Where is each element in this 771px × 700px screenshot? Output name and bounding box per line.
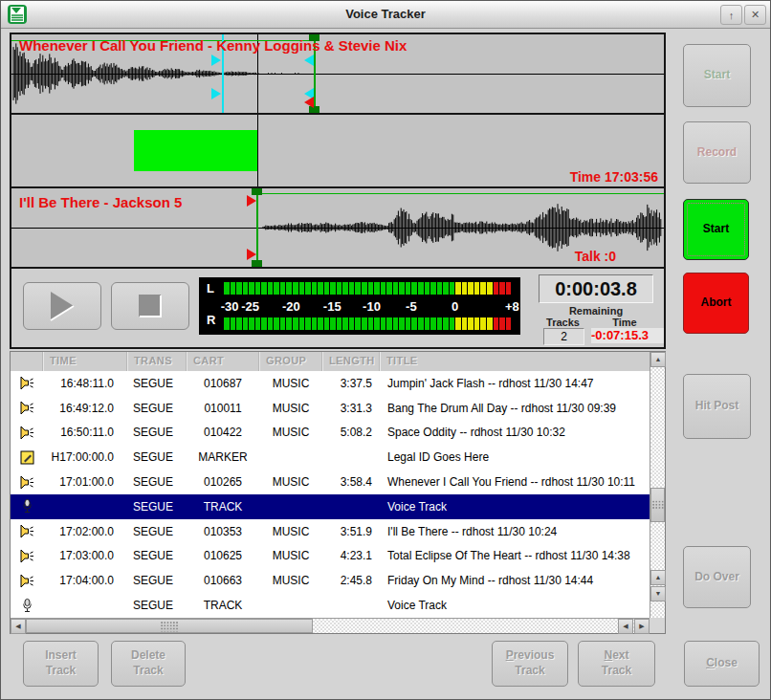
play-button[interactable] <box>23 282 101 330</box>
stop-button[interactable] <box>111 282 189 330</box>
previous-track-button[interactable]: PreviousTrack <box>492 641 568 687</box>
voicetrack-panel[interactable]: Time 17:03:56 <box>11 115 664 188</box>
log-row[interactable]: 16:50:11.0SEGUE010422MUSIC5:08.2Space Od… <box>11 421 650 446</box>
cue-marker-icon[interactable] <box>211 55 221 66</box>
delete-track-button[interactable]: DeleteTrack <box>111 641 186 687</box>
log-cell-title: Bang The Drum All Day -- rdhost 11/30 09… <box>380 402 650 415</box>
vu-scale-label: +8 <box>505 299 519 314</box>
track2-start-line[interactable] <box>256 188 258 267</box>
insert-track-button[interactable]: InsertTrack <box>23 641 99 687</box>
vu-segment <box>231 282 236 295</box>
elapsed-time-display: 0:00:03.8 <box>539 274 653 303</box>
microphone-icon <box>19 598 35 614</box>
close-button[interactable]: Close <box>684 641 760 687</box>
vu-segment <box>499 282 505 295</box>
vu-scale-label: -10 <box>363 299 381 314</box>
log-row[interactable]: SEGUETRACKVoice Track <box>11 593 650 618</box>
log-row[interactable]: 17:03:00.0SEGUE010625MUSIC4:23.1Total Ec… <box>11 544 650 569</box>
scroll-left-icon[interactable]: ◀ <box>618 619 633 634</box>
log-cell-title: Voice Track <box>380 500 650 514</box>
vu-segment <box>494 282 499 295</box>
log-cell-group: MUSIC <box>259 475 322 489</box>
start-segue-button[interactable]: Start <box>683 44 751 107</box>
start-handle-top[interactable] <box>252 188 262 195</box>
start-button[interactable]: Start <box>683 199 749 260</box>
do-over-button[interactable]: Do Over <box>683 546 751 608</box>
vu-segment <box>455 317 461 330</box>
vu-segment <box>293 282 298 295</box>
log-cell-trans: SEGUE <box>127 599 187 612</box>
scroll-up-icon[interactable]: ▲ <box>650 570 666 585</box>
remaining-time-value: -0:07:15.3 <box>591 328 664 343</box>
start-handle-bottom[interactable] <box>252 260 262 267</box>
vu-segment <box>462 282 468 295</box>
vu-segment <box>268 282 274 295</box>
log-row[interactable]: 17:01:00.0SEGUE010265MUSIC3:58.4Whenever… <box>11 470 650 494</box>
log-cell-title: I'll Be There -- rdhost 11/30 10:24 <box>380 525 650 538</box>
log-row[interactable]: 17:04:00.0SEGUE010663MUSIC2:45.8Friday O… <box>11 568 650 593</box>
log-row[interactable]: 16:48:11.0SEGUE010687MUSIC3:37.5Jumpin' … <box>11 371 650 396</box>
scroll-left-icon[interactable]: ◀ <box>11 619 26 634</box>
log-cell-cart: 010663 <box>187 574 259 587</box>
speaker-icon <box>19 425 35 441</box>
shade-window-icon[interactable]: ↑ <box>720 5 742 25</box>
fade-marker-icon[interactable] <box>304 55 314 66</box>
hit-post-button[interactable]: Hit Post <box>683 374 751 439</box>
log-row[interactable]: 16:49:12.0SEGUE010011MUSIC3:31.3Bang The… <box>11 396 650 421</box>
log-cell-group: MUSIC <box>259 574 322 587</box>
vu-segment <box>261 282 267 295</box>
cue-marker-icon[interactable] <box>211 88 221 99</box>
start-marker-icon[interactable] <box>247 249 256 260</box>
track2-waveform-panel[interactable]: I'll Be There - Jackson 5 Talk :0 <box>11 188 664 269</box>
title-bar: Voice Tracker ↑ ✕ <box>1 1 770 29</box>
vertical-scroll-thumb[interactable] <box>650 488 665 522</box>
log-cell-icon <box>11 474 43 491</box>
log-row[interactable]: 17:02:00.0SEGUE010353MUSIC3:51.9I'll Be … <box>11 519 650 544</box>
remaining-tracks-value: 2 <box>543 328 584 345</box>
track1-waveform-panel[interactable]: Whenever I Call You Friend - Kenny Loggi… <box>11 34 664 115</box>
vu-segment <box>337 317 342 330</box>
vu-segment <box>374 282 380 295</box>
log-cell-title: Jumpin' Jack Flash -- rdhost 11/30 14:47 <box>380 377 650 390</box>
log-cell-time: H17:00:00.0 <box>43 450 127 464</box>
vu-segment <box>506 282 512 295</box>
start-marker-icon[interactable] <box>247 195 256 207</box>
vu-meter-scale: -30-25-20-15-10-50+8 <box>224 299 517 314</box>
column-header-trans: TRANS <box>127 352 187 371</box>
vu-segment <box>386 317 392 330</box>
log-cell-group: MUSIC <box>259 377 322 390</box>
horizontal-scrollbar[interactable]: ◀ ◀ ▶ <box>11 618 650 633</box>
record-button[interactable]: Record <box>683 121 751 184</box>
log-cell-trans: SEGUE <box>127 377 187 390</box>
vu-segment <box>305 317 311 330</box>
log-cell-trans: SEGUE <box>127 525 187 538</box>
vu-segment <box>280 317 286 330</box>
log-cell-length: 5:08.2 <box>322 426 380 439</box>
vu-scale-label: -20 <box>282 299 300 314</box>
log-row[interactable]: H17:00:00.0SEGUEMARKERLegal ID Goes Here <box>11 445 650 470</box>
scroll-right-icon[interactable]: ▶ <box>634 619 650 634</box>
log-cell-cart: TRACK <box>187 500 259 514</box>
log-cell-time: 16:48:11.0 <box>43 377 127 390</box>
scrollbar-corner <box>650 618 665 633</box>
horizontal-scroll-thumb[interactable] <box>26 619 313 633</box>
vu-segment <box>443 317 449 330</box>
log-cell-group: MUSIC <box>259 402 322 415</box>
scroll-down-icon[interactable]: ▼ <box>650 586 666 602</box>
abort-button[interactable]: Abort <box>683 273 749 334</box>
vu-segment <box>312 282 318 295</box>
voicetrack-region[interactable] <box>134 130 257 171</box>
close-window-icon[interactable]: ✕ <box>744 5 766 25</box>
next-track-button[interactable]: NextTrack <box>578 641 655 687</box>
vu-segment <box>437 317 443 330</box>
vertical-scrollbar[interactable]: ▲ ▲ ▼ <box>650 352 665 618</box>
transport-bar: L -30-25-20-15-10-50+8 R 0:00:03.8 Remai… <box>11 269 664 347</box>
log-cell-title: Whenever I Call You Friend -- rdhost 11/… <box>380 475 650 489</box>
vu-segment <box>224 317 230 330</box>
remaining-tracks-label: Tracks <box>536 317 590 328</box>
vu-segment <box>286 282 292 295</box>
vu-segment <box>261 317 267 330</box>
end-marker-icon[interactable] <box>304 97 314 108</box>
log-row[interactable]: SEGUETRACKVoice Track <box>11 494 650 519</box>
scroll-up-icon[interactable]: ▲ <box>650 352 666 367</box>
